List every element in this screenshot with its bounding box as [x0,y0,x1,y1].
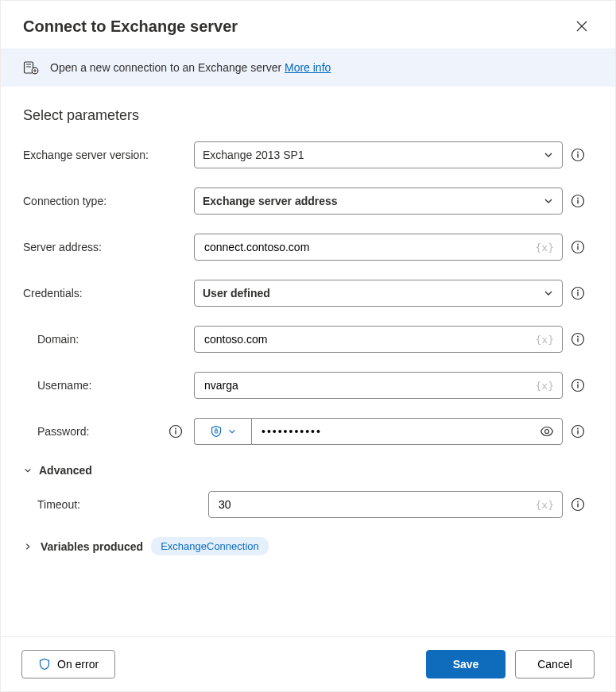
svg-point-23 [175,428,176,430]
variable-tag[interactable]: ExchangeConnection [151,537,269,555]
info-icon[interactable] [571,497,585,512]
input-server-address[interactable] [203,240,536,254]
svg-point-28 [577,428,579,430]
field-username: Username: {x} [23,372,593,399]
close-icon [575,20,588,33]
save-button[interactable]: Save [426,650,506,678]
input-domain[interactable] [203,332,536,346]
field-server-address: Server address: {x} [23,234,593,261]
advanced-collapser[interactable]: Advanced [23,464,593,477]
field-exchange-version: Exchange server version: Exchange 2013 S… [23,141,593,168]
svg-point-14 [577,290,579,292]
chevron-down-icon [227,427,237,436]
svg-rect-15 [577,292,578,296]
svg-point-26 [545,430,549,434]
label-domain: Domain: [37,333,194,346]
info-icon[interactable] [571,332,585,346]
svg-rect-18 [577,338,578,342]
label-timeout: Timeout: [37,498,208,511]
label-server-address: Server address: [23,241,194,253]
input-timeout[interactable] [217,497,536,512]
info-icon[interactable] [571,148,585,162]
info-icon[interactable] [571,286,585,300]
select-connection-type[interactable]: Exchange server address [194,187,563,215]
svg-rect-21 [577,385,578,389]
variable-hint-icon[interactable]: {x} [536,334,554,346]
svg-rect-6 [577,154,578,158]
svg-rect-29 [577,431,578,435]
footer: On error Save Cancel [1,636,615,691]
select-value: Exchange server address [203,195,338,207]
svg-point-8 [577,198,579,199]
advanced-label: Advanced [39,464,92,477]
input-domain-wrap: {x} [194,326,563,353]
dialog-title: Connect to Exchange server [23,17,238,36]
variable-hint-icon[interactable]: {x} [536,499,554,511]
banner-text: Open a new connection to an Exchange ser… [50,61,331,74]
content-area: Select parameters Exchange server versio… [1,87,615,636]
close-button[interactable] [571,15,593,37]
shield-icon [210,425,223,438]
input-password[interactable] [260,424,540,439]
svg-rect-32 [577,504,578,508]
info-icon[interactable] [571,240,585,254]
svg-point-5 [577,152,579,153]
shield-outline-icon [38,658,51,671]
svg-point-31 [577,501,579,503]
password-source-dropdown[interactable] [194,418,251,445]
label-exchange-version: Exchange server version: [23,149,194,161]
field-password: Password: [23,418,593,445]
input-username-wrap: {x} [194,372,563,399]
input-password-wrap [251,418,563,445]
svg-point-17 [577,336,579,338]
svg-rect-25 [215,431,218,433]
variables-produced-label: Variables produced [41,540,143,553]
on-error-button[interactable]: On error [21,650,115,678]
chevron-down-icon [23,466,33,475]
input-username[interactable] [203,378,536,392]
field-domain: Domain: {x} [23,326,593,353]
section-title: Select parameters [23,107,593,124]
eye-icon[interactable] [540,424,554,439]
connection-icon [23,60,39,75]
svg-rect-24 [175,431,176,435]
select-value: User defined [203,287,270,300]
label-credentials: Credentials: [23,287,194,300]
field-connection-type: Connection type: Exchange server address [23,187,593,215]
password-control [194,418,563,445]
svg-point-11 [577,244,579,245]
more-info-link[interactable]: More info [285,61,331,74]
title-row: Connect to Exchange server [1,1,615,48]
info-icon[interactable] [571,424,585,439]
dialog: Connect to Exchange server Open a new co… [0,0,616,692]
select-exchange-version[interactable]: Exchange 2013 SP1 [194,141,563,168]
input-server-address-wrap: {x} [194,234,563,261]
info-icon[interactable] [169,424,183,439]
svg-point-20 [577,382,579,384]
variables-produced-collapser[interactable]: Variables produced ExchangeConnection [23,537,593,555]
info-icon[interactable] [571,378,585,392]
chevron-right-icon [23,542,33,551]
select-value: Exchange 2013 SP1 [203,149,304,161]
input-timeout-wrap: {x} [208,491,563,518]
info-icon[interactable] [571,194,585,208]
select-credentials[interactable]: User defined [194,280,563,307]
svg-rect-12 [577,246,578,250]
label-connection-type: Connection type: [23,195,194,207]
field-credentials: Credentials: User defined [23,280,593,307]
label-password: Password: [37,425,169,438]
chevron-down-icon [543,149,554,160]
svg-rect-9 [577,200,578,204]
label-username: Username: [37,379,194,392]
info-banner: Open a new connection to an Exchange ser… [1,48,615,87]
chevron-down-icon [543,195,554,207]
field-timeout: Timeout: {x} [23,491,593,518]
cancel-button[interactable]: Cancel [515,650,595,678]
variable-hint-icon[interactable]: {x} [536,242,554,253]
chevron-down-icon [543,288,554,299]
variable-hint-icon[interactable]: {x} [536,380,554,392]
